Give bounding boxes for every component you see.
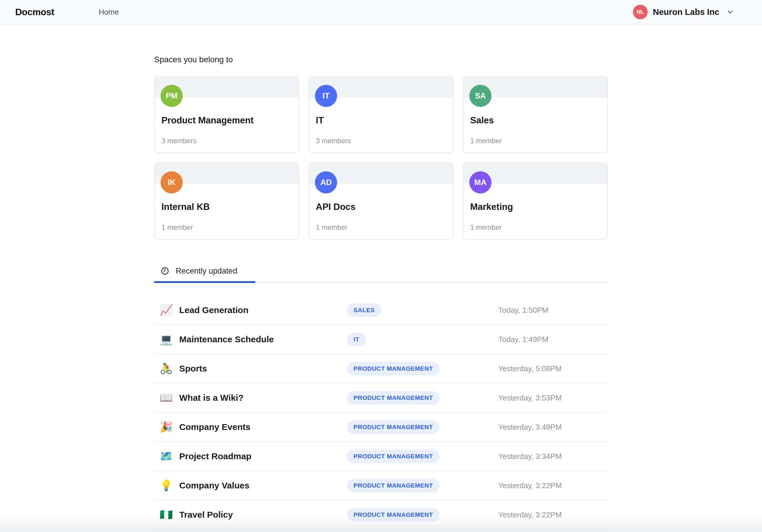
space-card-sales[interactable]: SA Sales 1 member: [463, 76, 608, 153]
space-member-count: 1 member: [161, 223, 193, 232]
page-title: Company Events: [179, 422, 250, 432]
clock-icon: [161, 266, 169, 275]
person-biking-icon: 🚴: [160, 363, 171, 374]
main-content: Spaces you belong to PM Product Manageme…: [154, 55, 608, 530]
space-member-count: 3 members: [316, 137, 351, 145]
space-badge[interactable]: PRODUCT MANAGEMENT: [347, 391, 439, 405]
space-card-api-docs[interactable]: AD API Docs 1 member: [309, 163, 453, 240]
updated-time: Today, 1:50PM: [498, 306, 608, 315]
space-name: Marketing: [470, 202, 513, 212]
space-card-product-management[interactable]: PM Product Management 3 members: [154, 76, 299, 153]
active-tab-indicator: [154, 281, 255, 283]
space-avatar: SA: [469, 85, 492, 107]
space-avatar: MA: [469, 171, 492, 193]
space-member-count: 1 member: [470, 137, 502, 145]
space-badge[interactable]: PRODUCT MANAGEMENT: [347, 420, 439, 434]
laptop-icon: 💻: [160, 334, 171, 344]
app-logo[interactable]: Docmost: [15, 7, 54, 18]
page-title: Lead Generation: [179, 305, 249, 315]
page-row-travel-policy[interactable]: 🇳🇬 Travel Policy PRODUCT MANAGEMENT Yest…: [154, 500, 608, 530]
world-map-icon: 🗺️: [160, 451, 171, 462]
space-member-count: 1 member: [470, 223, 502, 232]
page-title: Maintenance Schedule: [179, 335, 274, 344]
page-title: Project Roadmap: [179, 451, 252, 461]
workspace-avatar: NL: [633, 5, 648, 19]
space-name: Sales: [470, 115, 494, 126]
space-badge[interactable]: SALES: [347, 303, 381, 317]
workspace-name: Neuron Labs Inc: [653, 7, 719, 17]
tab-recently-updated[interactable]: Recently updated: [154, 260, 255, 282]
page-row-project-roadmap[interactable]: 🗺️ Project Roadmap PRODUCT MANAGEMENT Ye…: [154, 442, 608, 471]
page-row-company-events[interactable]: 🎉 Company Events PRODUCT MANAGEMENT Yest…: [154, 413, 608, 442]
recently-updated-list: 📈 Lead Generation SALES Today, 1:50PM 💻 …: [154, 296, 608, 530]
light-bulb-icon: 💡: [160, 480, 171, 491]
spaces-heading: Spaces you belong to: [154, 55, 608, 64]
nigeria-flag-icon: 🇳🇬: [160, 509, 171, 520]
updated-time: Yesterday, 3:22PM: [498, 481, 608, 490]
page-title: Travel Policy: [179, 510, 233, 520]
space-member-count: 1 member: [316, 223, 347, 232]
space-avatar: IT: [315, 85, 337, 107]
space-badge[interactable]: PRODUCT MANAGEMENT: [347, 479, 439, 492]
chart-increasing-icon: 📈: [160, 305, 171, 315]
tab-label: Recently updated: [176, 266, 237, 276]
updated-time: Yesterday, 5:08PM: [498, 364, 608, 373]
space-name: API Docs: [316, 202, 355, 212]
space-name: Product Management: [161, 115, 254, 126]
updated-time: Yesterday, 3:53PM: [498, 394, 608, 403]
page-title: Company Values: [179, 481, 250, 491]
space-avatar: AD: [315, 171, 337, 193]
spaces-grid: PM Product Management 3 members IT IT 3 …: [154, 76, 608, 240]
chevron-down-icon: [726, 8, 734, 16]
space-badge[interactable]: PRODUCT MANAGEMENT: [347, 450, 439, 463]
page-row-sports[interactable]: 🚴 Sports PRODUCT MANAGEMENT Yesterday, 5…: [154, 354, 608, 384]
page-title: Sports: [179, 364, 207, 374]
space-name: IT: [316, 115, 324, 126]
space-badge[interactable]: PRODUCT MANAGEMENT: [347, 508, 439, 521]
page-title: What is a Wiki?: [179, 393, 244, 403]
recent-tabs: Recently updated: [154, 260, 608, 283]
space-card-it[interactable]: IT IT 3 members: [309, 76, 453, 153]
nav-home-link[interactable]: Home: [99, 8, 119, 17]
page-row-what-is-a-wiki[interactable]: 📖 What is a Wiki? PRODUCT MANAGEMENT Yes…: [154, 384, 608, 413]
workspace-switcher[interactable]: NL Neuron Labs Inc: [633, 5, 734, 19]
space-card-internal-kb[interactable]: IK Internal KB 1 member: [154, 163, 299, 240]
party-popper-icon: 🎉: [160, 422, 171, 432]
space-badge[interactable]: IT: [347, 333, 366, 346]
space-avatar: IK: [161, 171, 183, 193]
open-book-icon: 📖: [160, 393, 171, 403]
updated-time: Yesterday, 3:34PM: [498, 452, 608, 461]
space-card-marketing[interactable]: MA Marketing 1 member: [463, 163, 608, 240]
updated-time: Yesterday, 3:22PM: [498, 510, 608, 519]
space-member-count: 3 members: [161, 137, 196, 145]
space-avatar: PM: [161, 85, 183, 107]
updated-time: Today, 1:49PM: [498, 335, 608, 344]
updated-time: Yesterday, 3:49PM: [498, 423, 608, 432]
page-row-maintenance-schedule[interactable]: 💻 Maintenance Schedule IT Today, 1:49PM: [154, 325, 608, 354]
page-row-company-values[interactable]: 💡 Company Values PRODUCT MANAGEMENT Yest…: [154, 471, 608, 500]
topbar: Docmost Home NL Neuron Labs Inc: [0, 0, 762, 25]
page-row-lead-generation[interactable]: 📈 Lead Generation SALES Today, 1:50PM: [154, 296, 608, 325]
space-badge[interactable]: PRODUCT MANAGEMENT: [347, 362, 439, 375]
space-name: Internal KB: [161, 202, 210, 212]
